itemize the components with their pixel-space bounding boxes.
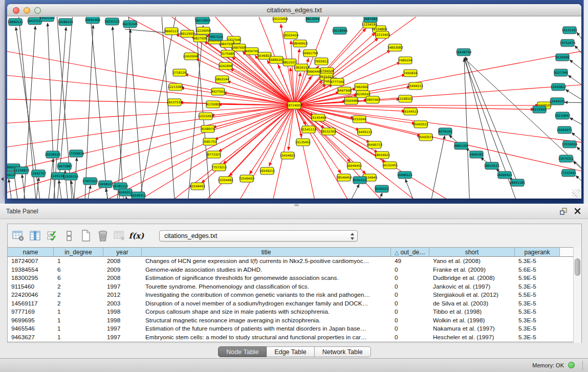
network-node[interactable]: 19880121 — [8, 18, 24, 26]
tab-node-table[interactable]: Node Table — [218, 346, 267, 357]
network-node[interactable]: 15494211 — [408, 82, 424, 90]
network-node[interactable]: 16648794 — [456, 49, 472, 56]
network-node[interactable]: 2687682 — [364, 17, 378, 23]
table-row[interactable]: 969969511998Structural magnetic resonanc… — [8, 316, 581, 325]
memory-status-icon[interactable] — [568, 362, 575, 368]
function-builder-icon[interactable]: f(x) — [128, 228, 145, 244]
network-node[interactable]: 85493571 — [418, 134, 434, 141]
network-node[interactable]: 20206535 — [45, 151, 61, 158]
delete-trash-icon[interactable] — [94, 228, 111, 244]
network-node[interactable]: 7857224 — [209, 33, 223, 40]
network-node[interactable]: 12942757 — [31, 170, 47, 177]
network-node[interactable]: 20691406 — [85, 17, 101, 24]
network-node[interactable]: 78549453 — [336, 174, 352, 181]
network-node[interactable]: 18325419 — [283, 32, 299, 39]
network-node[interactable]: 15992971 — [557, 126, 573, 134]
close-traffic-light-button[interactable] — [13, 7, 19, 14]
network-node[interactable]: 8215955 — [533, 106, 547, 113]
float-window-icon[interactable] — [560, 208, 568, 215]
table-select-dropdown[interactable]: citations_edges.txt — [159, 230, 358, 242]
network-node[interactable]: 8152212 — [353, 177, 367, 184]
table-row[interactable]: 1938455462009Genome-wide association stu… — [8, 266, 581, 274]
network-node[interactable]: 3175685 — [221, 50, 235, 57]
column-header[interactable]: short — [429, 248, 515, 256]
network-node[interactable]: 15145493 — [311, 114, 326, 121]
network-node[interactable]: 10210643 — [555, 112, 571, 119]
panel-collapse-arrow-icon[interactable] — [1, 177, 4, 181]
network-node[interactable]: 15751074 — [560, 39, 576, 47]
network-node[interactable]: 19975887 — [57, 163, 73, 170]
network-node[interactable]: 12315451 — [198, 113, 214, 120]
column-header[interactable]: △ out_de… — [391, 248, 429, 256]
network-node[interactable]: 8579191 — [439, 128, 452, 135]
network-node[interactable]: 11521103 — [39, 17, 55, 21]
network-node[interactable]: 8773321 — [207, 151, 221, 158]
network-node[interactable]: 15123459 — [272, 17, 288, 23]
network-node[interactable]: 8660123 — [165, 28, 179, 35]
network-node[interactable]: 15135451 — [295, 139, 311, 146]
network-node[interactable]: 3581753 — [203, 138, 217, 145]
network-node[interactable]: 8170081 — [206, 101, 220, 108]
network-node[interactable]: 95495713 — [367, 141, 383, 148]
network-node[interactable]: 2718126 — [173, 69, 187, 76]
network-node[interactable]: 1690281 — [470, 151, 484, 158]
network-node[interactable]: 7955812 — [315, 58, 329, 65]
network-node[interactable]: 10496121 — [397, 171, 413, 179]
network-node[interactable]: 8822037 — [283, 59, 297, 66]
network-node[interactable]: 11156823 — [14, 167, 30, 174]
network-node[interactable]: 12213389 — [168, 83, 184, 91]
network-node[interactable]: 8153049 — [353, 116, 366, 123]
column-header[interactable]: name — [8, 248, 54, 256]
network-node[interactable]: 16089141 — [58, 18, 74, 26]
network-node[interactable]: 72549453 — [239, 175, 255, 182]
network-node[interactable]: 8990448 — [307, 68, 321, 75]
network-node[interactable]: 16152451 — [382, 162, 398, 169]
network-node[interactable]: 6497568 — [338, 87, 352, 94]
network-node[interactable]: 12215403 — [375, 31, 390, 38]
column-visibility-icon[interactable] — [27, 228, 43, 244]
network-node[interactable]: 10807467 — [365, 96, 381, 103]
network-node[interactable]: 17103451 — [561, 169, 577, 177]
network-node[interactable]: 9777169 — [331, 78, 344, 85]
row-select-checks-icon[interactable] — [43, 228, 60, 244]
network-node[interactable]: 12444151 — [550, 98, 565, 105]
network-node[interactable]: 16549312 — [130, 192, 146, 199]
network-node[interactable]: 8912955 — [181, 30, 194, 37]
network-node[interactable]: 16949451 — [346, 162, 362, 169]
table-row[interactable]: 946362711997Embryonic stem cells: a mode… — [8, 333, 581, 342]
network-node[interactable]: 15454921 — [280, 152, 296, 159]
network-node[interactable]: 16033809 — [195, 17, 211, 24]
network-node[interactable]: 9827508 — [193, 35, 207, 42]
table-settings-icon[interactable] — [10, 228, 27, 244]
network-node[interactable]: 17016504 — [562, 141, 578, 148]
network-node[interactable]: 4861193 — [454, 142, 468, 149]
table-row[interactable]: 1456911722003Disruption of a novel membe… — [8, 299, 581, 308]
network-node[interactable]: 16164513 — [403, 108, 419, 115]
network-node[interactable]: 12505155 — [63, 173, 79, 180]
network-node[interactable]: 81549451 — [190, 183, 206, 190]
table-row[interactable]: 911546021997Tourette syndrome. Phenomeno… — [8, 282, 581, 291]
network-node[interactable]: 12093822 — [551, 83, 567, 91]
network-node[interactable]: 12226058 — [195, 27, 211, 34]
new-file-icon[interactable] — [77, 228, 94, 244]
tab-network-table[interactable]: Network Table — [315, 346, 371, 357]
network-node[interactable]: 16231145 — [122, 20, 138, 28]
network-node[interactable]: 18724007 — [287, 102, 302, 109]
table-row[interactable]: 1830029562008Estimation of significance … — [8, 274, 581, 282]
network-node[interactable]: 95493511 — [413, 121, 429, 128]
tab-edge-table[interactable]: Edge Table — [267, 346, 314, 357]
network-canvas[interactable]: 1872400786601238912955122260589827508818… — [7, 17, 581, 199]
network-node[interactable]: 12168101 — [398, 95, 413, 102]
network-node[interactable]: 9245022 — [375, 185, 389, 192]
splitter-handle[interactable] — [294, 204, 299, 206]
network-node[interactable]: 2667608 — [232, 44, 246, 51]
network-node[interactable]: 9242848 — [219, 62, 233, 70]
close-icon[interactable] — [574, 208, 581, 214]
network-node[interactable]: 15354491 — [218, 177, 234, 184]
network-node[interactable]: 17359926 — [69, 150, 84, 157]
table-row[interactable]: 2242004622012Investigating the contribut… — [8, 291, 581, 299]
network-node[interactable]: 18914121 — [484, 162, 500, 169]
network-node[interactable]: 18152301 — [321, 128, 337, 135]
network-node[interactable]: 16549211 — [259, 167, 275, 174]
minimize-traffic-light-button[interactable] — [24, 7, 30, 14]
